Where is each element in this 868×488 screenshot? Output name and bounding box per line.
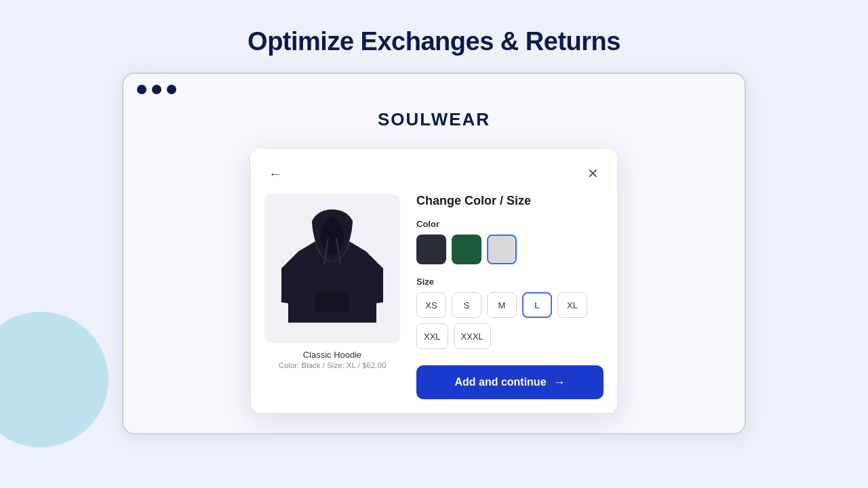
product-options: Change Color / Size Color Size XS S M L … bbox=[416, 194, 604, 399]
size-btn-xxl[interactable]: XXL bbox=[416, 323, 448, 349]
brand-name: SOULWEAR bbox=[378, 109, 490, 130]
close-button[interactable]: ✕ bbox=[582, 163, 604, 184]
decorative-circle bbox=[0, 312, 108, 447]
product-image-area: Classic Hoodie Color: Black / Size: XL /… bbox=[264, 194, 400, 399]
color-swatch-green[interactable] bbox=[452, 235, 481, 264]
size-label: Size bbox=[416, 277, 604, 287]
browser-dot-3 bbox=[167, 85, 176, 94]
browser-toolbar bbox=[123, 74, 745, 102]
size-btn-s[interactable]: S bbox=[452, 292, 481, 318]
browser-frame: SOULWEAR ← ✕ bbox=[122, 73, 746, 434]
color-swatch-gray[interactable] bbox=[487, 235, 517, 264]
browser-content: SOULWEAR ← ✕ bbox=[123, 102, 745, 433]
add-continue-button[interactable]: Add and continue → bbox=[416, 365, 604, 399]
modal-body: Classic Hoodie Color: Black / Size: XL /… bbox=[264, 194, 604, 399]
size-btn-xxxl[interactable]: XXXL bbox=[454, 323, 491, 349]
color-swatches bbox=[416, 235, 604, 264]
size-btn-l[interactable]: L bbox=[522, 292, 552, 318]
product-name: Classic Hoodie bbox=[303, 350, 362, 360]
page-title: Optimize Exchanges & Returns bbox=[248, 27, 620, 56]
arrow-right-icon: → bbox=[553, 375, 566, 390]
color-label: Color bbox=[416, 219, 604, 229]
size-options: XS S M L XL XXL XXXL bbox=[416, 292, 604, 349]
product-image-box bbox=[264, 194, 400, 343]
add-continue-label: Add and continue bbox=[454, 376, 546, 388]
color-swatch-black[interactable] bbox=[416, 235, 446, 264]
size-btn-xl[interactable]: XL bbox=[557, 292, 587, 318]
size-btn-xs[interactable]: XS bbox=[416, 292, 446, 318]
browser-dot-2 bbox=[152, 85, 161, 94]
browser-dot-1 bbox=[137, 85, 146, 94]
modal-dialog: ← ✕ bbox=[251, 149, 617, 413]
product-details: Color: Black / Size: XL / $62.00 bbox=[279, 361, 387, 369]
product-image-svg bbox=[278, 204, 387, 333]
back-button[interactable]: ← bbox=[264, 163, 286, 184]
modal-nav: ← ✕ bbox=[264, 163, 604, 184]
size-btn-m[interactable]: M bbox=[487, 292, 517, 318]
options-title: Change Color / Size bbox=[416, 194, 604, 208]
